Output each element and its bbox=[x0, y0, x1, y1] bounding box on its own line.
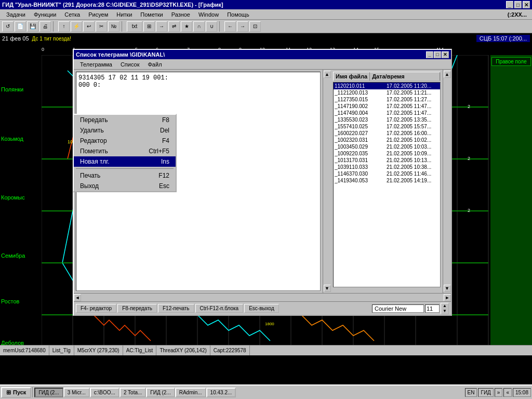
toolbar-btn-1[interactable]: ↺ bbox=[2, 21, 14, 32]
esc-exit-btn[interactable]: Esc-выход bbox=[244, 304, 279, 313]
toolbar-btn-11[interactable]: ⊞ bbox=[143, 21, 155, 32]
toolbar-btn-8[interactable]: ✂ bbox=[96, 21, 107, 32]
toolbar-btn-10[interactable]: txt bbox=[127, 21, 142, 32]
taskbar-item-0[interactable]: ГИД (2... bbox=[34, 388, 63, 397]
file-row-8[interactable]: _1002320.031 21.02.2005 10:02... bbox=[334, 137, 440, 143]
file-row-7[interactable]: _1600220.027 17.02.2005 16:00... bbox=[334, 130, 440, 137]
right-panel-label[interactable]: Правое поле bbox=[491, 57, 531, 66]
file-row-10[interactable]: _1009220.035 21.02.2005 10:09... bbox=[334, 150, 440, 157]
menu-pomosh[interactable]: Помощь bbox=[223, 10, 254, 19]
file-row-5[interactable]: _1335530.023 17.02.2005 13:35... bbox=[334, 116, 440, 123]
file-row-13[interactable]: _1146370.030 21.02.2005 11:46... bbox=[334, 170, 440, 177]
file-date-12: 21.02.2005 10:38... bbox=[387, 164, 439, 170]
file-row-3[interactable]: _1147190.002 17.02.2005 11:47... bbox=[334, 103, 440, 110]
minimize-button[interactable]: _ bbox=[506, 1, 513, 8]
file-row-2[interactable]: _1127350.015 17.02.2005 11:27... bbox=[334, 96, 440, 103]
col-header-name[interactable]: Имя файла bbox=[334, 72, 370, 81]
menu-bar: Задачи Функции Сетка Рисуем Нитки Пометк… bbox=[0, 9, 532, 20]
scroll-down-btn[interactable]: ▼ bbox=[324, 285, 331, 292]
menu-pometki[interactable]: Пометки bbox=[136, 10, 167, 19]
dialog-close[interactable]: ✕ bbox=[442, 51, 449, 58]
menu-setka[interactable]: Сетка bbox=[60, 10, 84, 19]
toolbar-btn-5[interactable]: ↑ bbox=[58, 21, 70, 32]
file-row-0[interactable]: 1120210.011 17.02.2005 11:20... bbox=[334, 83, 440, 89]
hscroll-right[interactable]: ► bbox=[444, 294, 451, 301]
ctx-vyhod[interactable]: Выход Esc bbox=[74, 181, 176, 191]
dialog-menu-spisok[interactable]: Список bbox=[116, 60, 144, 69]
toolbar-btn-15[interactable]: ∩ bbox=[193, 21, 205, 32]
file-row-6[interactable]: _1557410.025 17.02.2005 15:57... bbox=[334, 123, 440, 130]
dialog-hscrollbar[interactable]: ◄ ► bbox=[74, 293, 451, 301]
menu-zadachi[interactable]: Задачи bbox=[2, 10, 30, 19]
toolbar-btn-2[interactable]: 📄 bbox=[15, 21, 26, 32]
file-row-11[interactable]: _1013170.031 21.02.2005 10:13... bbox=[334, 157, 440, 164]
menu-nitki[interactable]: Нитки bbox=[112, 10, 136, 19]
toolbar-btn-9[interactable]: № bbox=[108, 21, 119, 32]
menu-risuem[interactable]: Рисуем bbox=[84, 10, 112, 19]
file-row-4[interactable]: _1147490.004 17.02.2005 11:47... bbox=[334, 110, 440, 116]
file-scroll-down[interactable]: ▼ bbox=[444, 285, 451, 292]
toolbar-btn-14[interactable]: ★ bbox=[181, 21, 192, 32]
right-graph-panel[interactable]: Правое поле bbox=[490, 55, 532, 345]
tray-lang[interactable]: EN bbox=[465, 388, 477, 397]
f4-editor-btn[interactable]: F4- редактор bbox=[76, 304, 116, 313]
start-button[interactable]: ⊞ Пуск bbox=[1, 387, 31, 398]
f12-print-btn[interactable]: F12-печать bbox=[158, 304, 194, 313]
dialog-menu-file[interactable]: Файл bbox=[144, 60, 166, 69]
text-scrollbar[interactable]: ▲ ▼ bbox=[323, 70, 331, 293]
file-row-14[interactable]: _1419340.053 21.02.2005 14:19... bbox=[334, 177, 440, 184]
toolbar-btn-13[interactable]: ⇌ bbox=[168, 21, 180, 32]
ctx-pometit[interactable]: Пометить Ctrl+F5 bbox=[74, 146, 176, 156]
file-name-0: 1120210.011 bbox=[335, 83, 387, 89]
menu-raznoe[interactable]: Разное bbox=[167, 10, 194, 19]
toolbar-btn-3[interactable]: 💾 bbox=[27, 21, 38, 32]
ctx-pechat[interactable]: Печать F12 bbox=[74, 170, 176, 181]
font-name-input[interactable] bbox=[372, 304, 424, 313]
dialog-minimize[interactable]: _ bbox=[426, 51, 433, 58]
taskbar-item-3[interactable]: 2 Tota... bbox=[119, 388, 146, 397]
ctx-udalit[interactable]: Удалить Del bbox=[74, 125, 176, 136]
taskbar-item-5[interactable]: RAdmin... bbox=[175, 388, 206, 397]
menu-funkcii[interactable]: Функции bbox=[30, 10, 60, 19]
taskbar-item-6[interactable]: 10.43.2... bbox=[206, 388, 236, 397]
taskbar-item-4[interactable]: ГИД (2... bbox=[146, 388, 175, 397]
font-size-spinner[interactable]: ▲ ▼ bbox=[441, 303, 449, 314]
f8-send-btn[interactable]: F8-передать bbox=[117, 304, 157, 313]
menu-window[interactable]: Window bbox=[194, 10, 223, 19]
maximize-button[interactable]: □ bbox=[514, 1, 522, 8]
station-koromys: Коромыс bbox=[1, 194, 25, 201]
tray-gid[interactable]: ГИД bbox=[478, 388, 493, 397]
status-top: 21 фев 05 Дс 1 тит поезда! СЦБ 15:07 (:2… bbox=[0, 33, 532, 44]
toolbar-btn-18[interactable]: → bbox=[237, 21, 248, 32]
col-header-date[interactable]: Дата/время bbox=[370, 72, 440, 81]
toolbar-btn-16[interactable]: ∪ bbox=[206, 21, 217, 32]
tray-arrows[interactable]: » bbox=[495, 388, 503, 397]
toolbar-btn-19[interactable]: ⊡ bbox=[249, 21, 261, 32]
close-button[interactable]: ✕ bbox=[523, 1, 530, 8]
file-list[interactable]: 1120210.011 17.02.2005 11:20... _1121200… bbox=[333, 82, 441, 287]
taskbar-item-1[interactable]: 3 Micr... bbox=[63, 388, 90, 397]
toolbar-btn-6[interactable]: ⚡ bbox=[71, 21, 82, 32]
dialog-maximize[interactable]: □ bbox=[434, 51, 441, 58]
toolbar-btn-12[interactable]: → bbox=[156, 21, 167, 32]
ctx-redaktor[interactable]: Редактор F4 bbox=[74, 136, 176, 146]
ctrlf12-block-btn[interactable]: Ctrl-F12-п.блока bbox=[195, 304, 244, 313]
hscroll-left[interactable]: ◄ bbox=[74, 294, 81, 301]
font-size-down[interactable]: ▼ bbox=[441, 309, 448, 314]
toolbar-btn-7[interactable]: ↩ bbox=[83, 21, 95, 32]
dialog-menu-telegram[interactable]: Телеграмма bbox=[76, 60, 116, 69]
file-row-1[interactable]: _1121200.013 17.02.2005 11:21... bbox=[334, 89, 440, 96]
file-list-scrollbar[interactable]: ▲ ▼ bbox=[443, 70, 451, 293]
scroll-up-btn[interactable]: ▲ bbox=[324, 71, 331, 78]
ctx-novaya-tlg[interactable]: Новая тлг. Ins bbox=[74, 156, 176, 167]
font-size-up[interactable]: ▲ bbox=[441, 303, 448, 309]
toolbar-btn-17[interactable]: ← bbox=[224, 21, 236, 32]
file-row-12[interactable]: _1039110.033 21.02.2005 10:38... bbox=[334, 164, 440, 170]
font-size-input[interactable] bbox=[425, 304, 440, 313]
toolbar-btn-4[interactable]: 🖨 bbox=[39, 21, 51, 32]
ctx-peredat[interactable]: Передать F8 bbox=[74, 115, 176, 125]
file-row-9[interactable]: _1003450.029 21.02.2005 10:03... bbox=[334, 143, 440, 150]
file-scroll-up[interactable]: ▲ bbox=[444, 71, 451, 78]
status-list-tlg: List_Tlg bbox=[49, 345, 74, 355]
taskbar-item-2[interactable]: c:\BOO... bbox=[90, 388, 119, 397]
